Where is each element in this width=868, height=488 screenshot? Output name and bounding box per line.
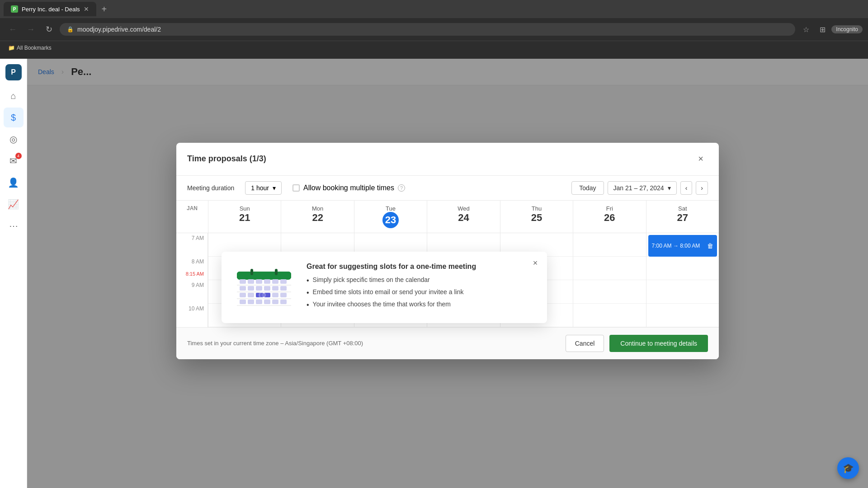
svg-rect-33: [280, 300, 287, 304]
star-button[interactable]: ☆: [799, 22, 813, 37]
toolbar-right: Today Jan 21 – 27, 2024 ▾ ‹ ›: [571, 181, 708, 195]
modal-container: Time proposals (1/3) × Meeting duration …: [27, 59, 868, 488]
timezone-info: Times set in your current time zone – As…: [187, 340, 363, 347]
svg-rect-26: [272, 293, 278, 297]
reload-button[interactable]: ↻: [42, 22, 56, 37]
bookmarks-label[interactable]: 📁 All Bookmarks: [5, 44, 54, 52]
sidebar-item-contacts[interactable]: 👤: [4, 173, 24, 192]
chat-widget[interactable]: 🎓: [837, 457, 859, 479]
cancel-button[interactable]: Cancel: [566, 335, 604, 352]
modal-title: Time proposals (1/3): [187, 154, 266, 164]
day-header-mon: Mon 22: [281, 201, 354, 233]
help-icon[interactable]: ?: [398, 184, 405, 192]
svg-rect-14: [272, 279, 278, 284]
svg-rect-31: [264, 300, 270, 304]
modal-toolbar: Meeting duration 1 hour ▾ Allow booking …: [176, 176, 719, 201]
tooltip-bullet-1: Simply pick specific times on the calend…: [307, 276, 536, 285]
browser-nav: ← → ↻ 🔒 moodjoy.pipedrive.com/deal/2 ☆ ⊞…: [0, 18, 868, 41]
svg-rect-4: [250, 269, 253, 275]
day-col-sat[interactable]: 7:00 AM → 8:00 AM 🗑: [646, 233, 719, 327]
dropdown-arrow-icon: ▾: [273, 184, 276, 192]
sidebar: P ⌂ $ ◎ ✉ 4 👤 📈 ⋯: [0, 59, 27, 488]
calendar-prev-button[interactable]: ‹: [680, 181, 693, 195]
day-col-fri[interactable]: [573, 233, 646, 327]
notification-badge: 4: [15, 153, 22, 159]
time-9am: 9 AM: [176, 280, 208, 304]
sidebar-item-activities[interactable]: ◎: [4, 129, 24, 149]
time-proposals-modal: Time proposals (1/3) × Meeting duration …: [176, 143, 719, 359]
month-label-cell: JAN: [176, 201, 208, 233]
browser-chrome: P Perry Inc. deal - Deals ✕ + ← → ↻ 🔒 mo…: [0, 0, 868, 59]
svg-rect-19: [264, 286, 270, 291]
svg-rect-5: [275, 269, 278, 275]
svg-rect-18: [256, 286, 262, 291]
tab-close-button[interactable]: ✕: [84, 5, 89, 13]
time-10am: 10 AM: [176, 304, 208, 327]
sidebar-item-deals[interactable]: $: [4, 108, 24, 127]
back-button[interactable]: ←: [5, 22, 20, 37]
event-delete-icon[interactable]: 🗑: [707, 242, 713, 249]
url-text: moodjoy.pipedrive.com/deal/2: [77, 26, 161, 33]
new-tab-button[interactable]: +: [98, 2, 111, 16]
tooltip-bullet-2: Embed time slots into email or send your…: [307, 288, 536, 297]
calendar-header: JAN Sun 21 Mon 22 Tue 23: [176, 201, 719, 233]
sidebar-item-more[interactable]: ⋯: [4, 216, 24, 236]
svg-rect-12: [256, 279, 262, 284]
date-range-button[interactable]: Jan 21 – 27, 2024 ▾: [608, 181, 677, 195]
tooltip-illustration: [232, 263, 296, 312]
event-time-label: 7:00 AM → 8:00 AM: [652, 243, 700, 249]
calendar-dropdown-icon: ▾: [668, 184, 671, 192]
svg-rect-10: [240, 279, 246, 284]
address-bar[interactable]: 🔒 moodjoy.pipedrive.com/deal/2: [60, 23, 795, 36]
tooltip-title: Great for suggesting slots for a one-tim…: [307, 263, 536, 271]
allow-multiple-label: Allow booking multiple times: [303, 184, 394, 192]
extension-button[interactable]: ⊞: [815, 22, 830, 37]
day-header-sun: Sun 21: [208, 201, 281, 233]
svg-rect-17: [248, 286, 254, 291]
tab-title: Perry Inc. deal - Deals: [22, 6, 80, 13]
tooltip-popup: ×: [222, 252, 547, 323]
sidebar-item-home[interactable]: ⌂: [4, 86, 24, 106]
duration-select[interactable]: 1 hour ▾: [245, 181, 282, 195]
svg-rect-3: [237, 272, 291, 280]
allow-multiple-container: Allow booking multiple times ?: [292, 184, 405, 192]
svg-rect-32: [272, 300, 278, 304]
sidebar-item-mail[interactable]: ✉ 4: [4, 151, 24, 171]
svg-rect-16: [240, 286, 246, 291]
tooltip-list: Simply pick specific times on the calend…: [307, 276, 536, 310]
svg-rect-30: [256, 300, 262, 304]
day-header-wed: Wed 24: [427, 201, 500, 233]
app-logo[interactable]: P: [5, 64, 22, 80]
footer-actions: Cancel Continue to meeting details: [566, 335, 708, 352]
app-layout: P ⌂ $ ◎ ✉ 4 👤 📈 ⋯ Deals › Pe... Time pro…: [0, 59, 868, 488]
svg-rect-22: [240, 293, 246, 297]
svg-rect-27: [280, 293, 287, 297]
svg-rect-23: [248, 293, 254, 297]
forward-button[interactable]: →: [24, 22, 38, 37]
nav-actions: ☆ ⊞ Incognito: [799, 22, 863, 37]
svg-rect-15: [280, 279, 287, 284]
active-tab[interactable]: P Perry Inc. deal - Deals ✕: [4, 2, 96, 16]
day-header-sat: Sat 27: [646, 201, 719, 233]
tab-bar: P Perry Inc. deal - Deals ✕ +: [0, 0, 868, 18]
modal-close-button[interactable]: ×: [693, 152, 708, 166]
modal-footer: Times set in your current time zone – As…: [176, 327, 719, 359]
day-header-thu: Thu 25: [500, 201, 573, 233]
svg-rect-28: [240, 300, 246, 304]
continue-button[interactable]: Continue to meeting details: [609, 335, 708, 352]
day-header-fri: Fri 26: [573, 201, 646, 233]
tooltip-bullet-3: Your invitee chooses the time that works…: [307, 300, 536, 309]
main-content: Deals › Pe... Time proposals (1/3) × Mee…: [27, 59, 868, 488]
tooltip-content: Great for suggesting slots for a one-tim…: [307, 263, 536, 310]
today-button[interactable]: Today: [571, 181, 604, 195]
duration-label: Meeting duration: [187, 184, 234, 192]
time-column: 7 AM 8 AM 8:15 AM 9 AM 10 AM: [176, 233, 208, 327]
allow-multiple-checkbox[interactable]: [292, 184, 300, 192]
incognito-badge: Incognito: [831, 25, 863, 33]
sidebar-item-analytics[interactable]: 📈: [4, 194, 24, 214]
svg-rect-11: [248, 279, 254, 284]
chat-icon: 🎓: [843, 463, 854, 474]
calendar-next-button[interactable]: ›: [696, 181, 708, 195]
svg-rect-21: [280, 286, 287, 291]
tooltip-close-button[interactable]: ×: [529, 257, 542, 270]
